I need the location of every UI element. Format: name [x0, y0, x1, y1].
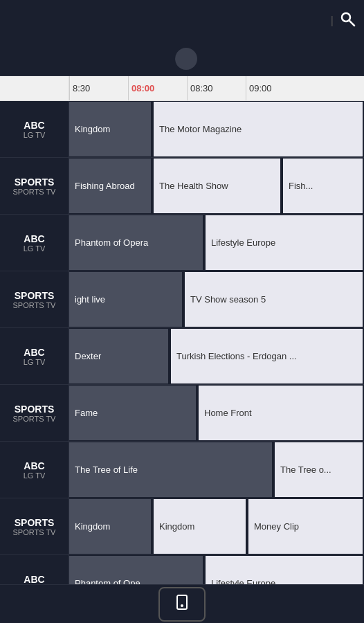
channel-cell: ABCLG TV	[0, 215, 69, 271]
time-slot-830b: 08:30	[187, 76, 213, 100]
date-dropdown-button[interactable]	[175, 48, 197, 70]
channel-network: SPORTS TV	[13, 528, 56, 536]
channel-network: LG TV	[24, 358, 46, 366]
svg-point-3	[181, 605, 183, 606]
channel-name: SPORTS	[15, 517, 55, 528]
programs-container: ight liveTV Show season 5	[69, 271, 364, 327]
home-tab-button[interactable]	[158, 587, 206, 622]
guide-row: SPORTSSPORTS TVFameHome Front	[0, 385, 364, 442]
channel-cell: SPORTSSPORTS TV	[0, 498, 69, 554]
programs-container: Phantom of OperaLifestyle Europe	[69, 215, 364, 271]
program-item[interactable]: Lifestyle Europe	[206, 215, 364, 270]
guide-row: SPORTSSPORTS TVight liveTV Show season 5	[0, 271, 364, 328]
program-item[interactable]: Kingdom	[69, 102, 152, 156]
time-channel-spacer	[0, 76, 69, 100]
channel-network: LG TV	[24, 471, 46, 480]
channel-cell: ABCLG TV	[0, 101, 69, 157]
header: |	[0, 0, 364, 42]
time-row: 8:30 08:00 08:30 09:00	[0, 76, 364, 101]
programs-container: FameHome Front	[69, 385, 364, 441]
channel-cell: SPORTSSPORTS TV	[0, 271, 69, 327]
guide-row: ABCLG TVKingdomThe Motor Magazine	[0, 101, 364, 158]
channel-cell: SPORTSSPORTS TV	[0, 158, 69, 214]
channel-network: SPORTS TV	[13, 188, 56, 196]
tab-bar	[0, 584, 364, 623]
svg-line-1	[349, 21, 354, 26]
channel-network: SPORTS TV	[13, 301, 56, 309]
program-item[interactable]: The Tree of Life	[69, 442, 273, 497]
date-bar	[0, 42, 364, 76]
program-item[interactable]: The Tree o...	[275, 442, 364, 497]
program-item[interactable]: Dexter	[69, 329, 170, 383]
programs-container: KingdomKingdomMoney Clip	[69, 498, 364, 554]
channel-name: ABC	[24, 233, 44, 244]
guide-row: ABCLG TVPhantom of OperaLifestyle Europe	[0, 215, 364, 271]
program-item[interactable]: The Motor Magazine	[154, 102, 364, 156]
search-icon[interactable]	[339, 10, 356, 31]
divider: |	[331, 15, 334, 27]
channel-name: SPORTS	[15, 290, 55, 301]
channel-name: ABC	[24, 120, 44, 131]
channel-network: LG TV	[24, 131, 46, 139]
channel-network: SPORTS TV	[13, 415, 56, 423]
program-item[interactable]: Home Front	[199, 386, 364, 440]
program-item[interactable]: Fame	[69, 386, 197, 440]
time-slot-830: 8:30	[69, 76, 90, 100]
guide-row: ABCLG TVThe Tree of LifeThe Tree o...	[0, 442, 364, 498]
program-item[interactable]: Fish...	[283, 159, 364, 213]
channel-cell: ABCLG TV	[0, 442, 69, 498]
programs-container: KingdomThe Motor Magazine	[69, 101, 364, 157]
program-item[interactable]: Fishing Abroad	[69, 159, 152, 213]
program-item[interactable]: Money Clip	[248, 499, 364, 554]
channel-cell: ABCLG TV	[0, 328, 69, 384]
channel-name: ABC	[24, 347, 44, 358]
channel-name: SPORTS	[15, 404, 55, 415]
programs-container: DexterTurkish Elections - Erdogan ...	[69, 328, 364, 384]
channel-name: SPORTS	[15, 177, 55, 188]
guide-row: SPORTSSPORTS TVFishing AbroadThe Health …	[0, 158, 364, 215]
program-item[interactable]: Kingdom	[69, 499, 152, 554]
time-slot-900: 09:00	[246, 76, 272, 100]
program-item[interactable]: Phantom of Opera	[69, 215, 204, 270]
program-item[interactable]: TV Show season 5	[185, 272, 364, 327]
time-slot-800: 08:00	[128, 76, 154, 100]
channel-name: ABC	[24, 460, 44, 471]
program-item[interactable]: ight live	[69, 272, 183, 327]
programs-container: The Tree of LifeThe Tree o...	[69, 442, 364, 498]
programs-container: Fishing AbroadThe Health ShowFish...	[69, 158, 364, 214]
channel-name: ABC	[24, 574, 44, 585]
channel-cell: SPORTSSPORTS TV	[0, 385, 69, 441]
guide-row: ABCLG TVDexterTurkish Elections - Erdoga…	[0, 328, 364, 385]
time-slots: 8:30 08:00 08:30 09:00	[69, 76, 364, 100]
guide-grid: ABCLG TVKingdomThe Motor MagazineSPORTSS…	[0, 101, 364, 612]
program-item[interactable]: The Health Show	[154, 159, 282, 213]
program-item[interactable]: Turkish Elections - Erdogan ...	[171, 329, 364, 383]
guide-row: SPORTSSPORTS TVKingdomKingdomMoney Clip	[0, 498, 364, 555]
channel-network: LG TV	[24, 244, 46, 253]
program-item[interactable]: Kingdom	[154, 499, 247, 554]
